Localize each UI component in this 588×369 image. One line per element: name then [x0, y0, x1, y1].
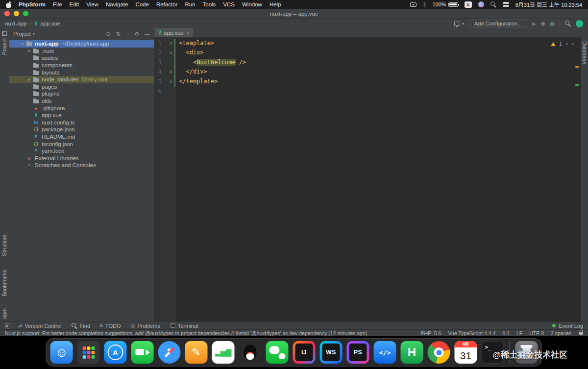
menu-item-edit[interactable]: Edit — [69, 1, 79, 7]
error-stripe-warning-mark[interactable] — [575, 66, 579, 68]
tree-item-readme-md[interactable]: MREADME.md — [9, 133, 154, 141]
prev-problem-icon[interactable]: ∧ — [565, 39, 568, 49]
status-item[interactable]: Vue TypeScript 4.4.4 — [448, 330, 495, 336]
code-line-2[interactable]: 2∨ <div> — [154, 48, 581, 57]
dev-app-dock-icon[interactable]: </> — [374, 341, 396, 364]
minimize-window-button[interactable] — [14, 11, 19, 16]
qq-dock-icon[interactable] — [239, 341, 262, 364]
tree-item-pages[interactable]: pages — [9, 83, 154, 91]
menu-app-name[interactable]: PhpStorm — [19, 1, 46, 7]
search-everywhere-icon[interactable] — [565, 21, 571, 26]
expand-collapse-icon[interactable]: ⇅ — [116, 31, 120, 37]
siri-icon[interactable] — [478, 1, 484, 7]
tree-item-nuxt-config-ts[interactable]: tsnuxt.config.ts — [9, 119, 154, 126]
tool-window-find[interactable]: Find — [72, 323, 90, 329]
menu-item-run[interactable]: Run — [185, 1, 195, 7]
menu-item-file[interactable]: File — [53, 1, 62, 7]
status-message[interactable]: Nuxt.js support: For better code complet… — [5, 330, 414, 336]
breadcrumb-file[interactable]: app.vue — [40, 21, 60, 26]
tree-item-utils[interactable]: utils — [9, 98, 154, 105]
tool-window-version-control[interactable]: ⇄Version Control — [18, 323, 62, 329]
tree-item-asstes[interactable]: asstes — [9, 54, 154, 62]
user-avatar[interactable] — [576, 20, 583, 27]
menu-item-vcs[interactable]: VCS — [223, 1, 235, 7]
tree-item-layouts[interactable]: layouts — [9, 69, 154, 76]
apple-menu-icon[interactable] — [6, 1, 11, 8]
inspections-widget[interactable]: 1 ∧ ∨ — [551, 39, 574, 49]
zoom-window-button[interactable] — [23, 11, 28, 16]
project-panel-title[interactable]: Project — [13, 31, 31, 37]
tool-strip-structure[interactable]: Structure — [1, 234, 7, 256]
add-configuration-button[interactable]: Add Configuration... — [469, 20, 527, 27]
tree-item-app-vue[interactable]: Vapp.vue — [9, 112, 154, 119]
tool-strip-project[interactable]: Project — [1, 38, 7, 55]
control-center-icon[interactable] — [503, 2, 509, 4]
run-icon[interactable]: ▶ — [532, 21, 536, 26]
menu-item-help[interactable]: Help — [270, 1, 281, 7]
hbuilderx-dock-icon[interactable]: H — [401, 341, 423, 364]
status-item[interactable]: UTF-8 — [529, 330, 544, 336]
menu-item-window[interactable]: Window — [242, 1, 262, 7]
spotlight-search-icon[interactable] — [490, 1, 496, 7]
chrome-dock-icon[interactable] — [428, 341, 450, 364]
pen-app-dock-icon[interactable]: ✎ — [185, 341, 208, 364]
status-item[interactable]: LF — [516, 330, 522, 336]
next-problem-icon[interactable]: ∨ — [571, 39, 574, 49]
profiler-icon[interactable]: ▦ — [550, 21, 555, 26]
panel-settings-icon[interactable]: ⚙ — [134, 31, 139, 37]
tool-window-switcher-icon[interactable] — [5, 323, 10, 328]
tree-item-plugins[interactable]: plugins — [9, 90, 154, 98]
stats-app-dock-icon[interactable]: ▂▅▇ — [212, 341, 235, 364]
status-item[interactable]: PHP: 5.6 — [420, 330, 441, 336]
code-line-4[interactable]: 4∧ </div> — [154, 67, 581, 76]
calendar-dock-icon[interactable]: 8月31 — [455, 341, 477, 364]
tab-app-vue[interactable]: V app.vue × — [154, 28, 193, 37]
tree-item-node-modules[interactable]: ▸node_moduleslibrary root — [9, 76, 154, 83]
menu-item-tools[interactable]: Tools — [203, 1, 216, 7]
tool-strip-bookmarks[interactable]: Bookmarks — [1, 270, 7, 296]
intellij-idea-dock-icon[interactable]: IJ — [293, 341, 316, 364]
locate-file-icon[interactable]: ⊙ — [106, 31, 110, 37]
tool-window-terminal[interactable]: Terminal — [170, 323, 198, 329]
event-log-button[interactable]: Event Log — [552, 323, 583, 329]
git-widget-icon[interactable] — [454, 22, 460, 26]
tree-item-tsconfig-json[interactable]: {}tsconfig.json — [9, 140, 154, 148]
menu-item-refactor[interactable]: Refactor — [156, 1, 177, 7]
lock-icon[interactable] — [579, 332, 583, 335]
tool-window-todo[interactable]: ≡TODO — [100, 323, 121, 329]
chevron-down-icon[interactable]: ▾ — [33, 32, 35, 36]
tool-strip-database[interactable]: Database — [582, 41, 588, 64]
webstorm-dock-icon[interactable]: WS — [320, 341, 343, 364]
close-tab-icon[interactable]: × — [186, 30, 189, 36]
tree-item-external-libraries[interactable]: ▤External Libraries — [9, 155, 154, 162]
tree-item-package-json[interactable]: {}package.json — [9, 126, 154, 133]
collapse-all-icon[interactable]: ≡ — [126, 31, 129, 37]
close-window-button[interactable] — [4, 11, 10, 16]
tree-item-yarn-lock[interactable]: Yyarn.lock — [9, 148, 154, 155]
facetime-dock-icon[interactable] — [131, 341, 154, 364]
phpstorm-dock-icon[interactable]: PS — [347, 341, 369, 364]
tree-item-scratches-and-consoles[interactable]: ✎Scratches and Consoles — [9, 162, 154, 169]
input-source-icon[interactable]: A — [465, 1, 472, 8]
status-item[interactable]: 2 spaces — [551, 330, 571, 336]
debug-icon[interactable]: ⬟ — [541, 21, 545, 26]
display-icon[interactable] — [410, 2, 416, 7]
menu-item-navigate[interactable]: Navigate — [106, 1, 128, 7]
menu-item-view[interactable]: View — [86, 1, 98, 7]
tree-item-components[interactable]: components — [9, 62, 154, 69]
code-line-1[interactable]: 1∨<template> — [154, 39, 581, 48]
tool-strip-npm[interactable]: npm — [1, 308, 7, 319]
code-line-3[interactable]: 3 <NuxtWelcome /> — [154, 58, 581, 67]
code-line-5[interactable]: 5∧</template> — [154, 77, 581, 86]
finder-dock-icon[interactable]: ☺ — [50, 341, 73, 364]
code-editor[interactable]: 1 ∧ ∨ 1∨<template>2∨ <div>3 <NuxtWelcome… — [154, 38, 581, 321]
tool-window-problems[interactable]: ◎Problems — [130, 323, 160, 329]
error-stripe-vcs-mark[interactable] — [575, 84, 579, 86]
menubar-clock[interactable]: 8月31日 周三 上午 10:23:54 — [515, 0, 582, 8]
tree-item--nuxt[interactable]: ▸.nuxt — [9, 48, 154, 55]
tree-item--gitignore[interactable]: ◆.gitignore — [9, 104, 154, 112]
wechat-dock-icon[interactable] — [266, 341, 289, 364]
launchpad-dock-icon[interactable] — [77, 341, 100, 364]
menu-item-code[interactable]: Code — [135, 1, 149, 7]
hide-panel-icon[interactable]: — — [145, 31, 150, 37]
